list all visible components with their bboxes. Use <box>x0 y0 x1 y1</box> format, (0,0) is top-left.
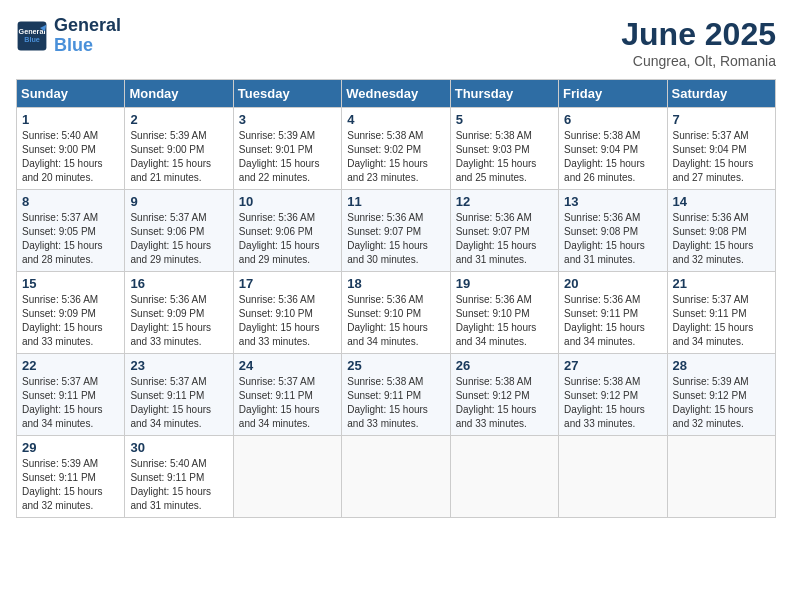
day-info: Sunrise: 5:38 AMSunset: 9:03 PMDaylight:… <box>456 130 537 183</box>
day-number: 12 <box>456 194 553 209</box>
day-number: 8 <box>22 194 119 209</box>
col-friday: Friday <box>559 80 667 108</box>
day-number: 21 <box>673 276 770 291</box>
title-area: June 2025 Cungrea, Olt, Romania <box>621 16 776 69</box>
table-row: 20 Sunrise: 5:36 AMSunset: 9:11 PMDaylig… <box>559 272 667 354</box>
table-row: 12 Sunrise: 5:36 AMSunset: 9:07 PMDaylig… <box>450 190 558 272</box>
day-info: Sunrise: 5:37 AMSunset: 9:11 PMDaylight:… <box>22 376 103 429</box>
table-row <box>450 436 558 518</box>
day-number: 15 <box>22 276 119 291</box>
day-number: 27 <box>564 358 661 373</box>
day-info: Sunrise: 5:39 AMSunset: 9:01 PMDaylight:… <box>239 130 320 183</box>
calendar-week-5: 29 Sunrise: 5:39 AMSunset: 9:11 PMDaylig… <box>17 436 776 518</box>
table-row: 28 Sunrise: 5:39 AMSunset: 9:12 PMDaylig… <box>667 354 775 436</box>
table-row: 15 Sunrise: 5:36 AMSunset: 9:09 PMDaylig… <box>17 272 125 354</box>
table-row <box>667 436 775 518</box>
day-info: Sunrise: 5:39 AMSunset: 9:00 PMDaylight:… <box>130 130 211 183</box>
table-row: 14 Sunrise: 5:36 AMSunset: 9:08 PMDaylig… <box>667 190 775 272</box>
table-row: 5 Sunrise: 5:38 AMSunset: 9:03 PMDayligh… <box>450 108 558 190</box>
day-info: Sunrise: 5:40 AMSunset: 9:00 PMDaylight:… <box>22 130 103 183</box>
day-number: 9 <box>130 194 227 209</box>
table-row <box>559 436 667 518</box>
col-monday: Monday <box>125 80 233 108</box>
logo: General Blue General Blue <box>16 16 121 56</box>
day-number: 3 <box>239 112 336 127</box>
calendar-table: Sunday Monday Tuesday Wednesday Thursday… <box>16 79 776 518</box>
svg-text:Blue: Blue <box>24 35 40 44</box>
day-info: Sunrise: 5:39 AMSunset: 9:12 PMDaylight:… <box>673 376 754 429</box>
table-row: 29 Sunrise: 5:39 AMSunset: 9:11 PMDaylig… <box>17 436 125 518</box>
table-row: 11 Sunrise: 5:36 AMSunset: 9:07 PMDaylig… <box>342 190 450 272</box>
day-number: 24 <box>239 358 336 373</box>
day-info: Sunrise: 5:37 AMSunset: 9:04 PMDaylight:… <box>673 130 754 183</box>
day-info: Sunrise: 5:36 AMSunset: 9:07 PMDaylight:… <box>347 212 428 265</box>
day-info: Sunrise: 5:37 AMSunset: 9:11 PMDaylight:… <box>130 376 211 429</box>
calendar-week-3: 15 Sunrise: 5:36 AMSunset: 9:09 PMDaylig… <box>17 272 776 354</box>
table-row: 8 Sunrise: 5:37 AMSunset: 9:05 PMDayligh… <box>17 190 125 272</box>
table-row: 19 Sunrise: 5:36 AMSunset: 9:10 PMDaylig… <box>450 272 558 354</box>
day-number: 7 <box>673 112 770 127</box>
table-row: 4 Sunrise: 5:38 AMSunset: 9:02 PMDayligh… <box>342 108 450 190</box>
table-row <box>233 436 341 518</box>
day-info: Sunrise: 5:36 AMSunset: 9:08 PMDaylight:… <box>564 212 645 265</box>
col-tuesday: Tuesday <box>233 80 341 108</box>
logo-text: General Blue <box>54 16 121 56</box>
day-info: Sunrise: 5:36 AMSunset: 9:09 PMDaylight:… <box>22 294 103 347</box>
day-info: Sunrise: 5:37 AMSunset: 9:11 PMDaylight:… <box>673 294 754 347</box>
day-info: Sunrise: 5:36 AMSunset: 9:09 PMDaylight:… <box>130 294 211 347</box>
table-row: 30 Sunrise: 5:40 AMSunset: 9:11 PMDaylig… <box>125 436 233 518</box>
table-row: 22 Sunrise: 5:37 AMSunset: 9:11 PMDaylig… <box>17 354 125 436</box>
day-info: Sunrise: 5:38 AMSunset: 9:02 PMDaylight:… <box>347 130 428 183</box>
header-row: Sunday Monday Tuesday Wednesday Thursday… <box>17 80 776 108</box>
table-row: 1 Sunrise: 5:40 AMSunset: 9:00 PMDayligh… <box>17 108 125 190</box>
day-number: 14 <box>673 194 770 209</box>
day-number: 11 <box>347 194 444 209</box>
calendar-week-2: 8 Sunrise: 5:37 AMSunset: 9:05 PMDayligh… <box>17 190 776 272</box>
day-number: 4 <box>347 112 444 127</box>
day-number: 20 <box>564 276 661 291</box>
day-number: 30 <box>130 440 227 455</box>
day-number: 26 <box>456 358 553 373</box>
day-info: Sunrise: 5:37 AMSunset: 9:06 PMDaylight:… <box>130 212 211 265</box>
day-number: 19 <box>456 276 553 291</box>
day-number: 18 <box>347 276 444 291</box>
day-info: Sunrise: 5:36 AMSunset: 9:08 PMDaylight:… <box>673 212 754 265</box>
day-info: Sunrise: 5:38 AMSunset: 9:12 PMDaylight:… <box>564 376 645 429</box>
col-saturday: Saturday <box>667 80 775 108</box>
page-header: General Blue General Blue June 2025 Cung… <box>16 16 776 69</box>
day-number: 10 <box>239 194 336 209</box>
day-number: 5 <box>456 112 553 127</box>
day-number: 22 <box>22 358 119 373</box>
table-row: 10 Sunrise: 5:36 AMSunset: 9:06 PMDaylig… <box>233 190 341 272</box>
table-row: 3 Sunrise: 5:39 AMSunset: 9:01 PMDayligh… <box>233 108 341 190</box>
calendar-body: 1 Sunrise: 5:40 AMSunset: 9:00 PMDayligh… <box>17 108 776 518</box>
day-info: Sunrise: 5:37 AMSunset: 9:11 PMDaylight:… <box>239 376 320 429</box>
day-number: 6 <box>564 112 661 127</box>
day-number: 2 <box>130 112 227 127</box>
day-number: 17 <box>239 276 336 291</box>
day-info: Sunrise: 5:40 AMSunset: 9:11 PMDaylight:… <box>130 458 211 511</box>
calendar-week-1: 1 Sunrise: 5:40 AMSunset: 9:00 PMDayligh… <box>17 108 776 190</box>
table-row: 25 Sunrise: 5:38 AMSunset: 9:11 PMDaylig… <box>342 354 450 436</box>
calendar-title: June 2025 <box>621 16 776 53</box>
table-row: 7 Sunrise: 5:37 AMSunset: 9:04 PMDayligh… <box>667 108 775 190</box>
calendar-subtitle: Cungrea, Olt, Romania <box>621 53 776 69</box>
day-number: 25 <box>347 358 444 373</box>
table-row: 21 Sunrise: 5:37 AMSunset: 9:11 PMDaylig… <box>667 272 775 354</box>
day-info: Sunrise: 5:39 AMSunset: 9:11 PMDaylight:… <box>22 458 103 511</box>
table-row: 24 Sunrise: 5:37 AMSunset: 9:11 PMDaylig… <box>233 354 341 436</box>
calendar-week-4: 22 Sunrise: 5:37 AMSunset: 9:11 PMDaylig… <box>17 354 776 436</box>
day-number: 29 <box>22 440 119 455</box>
day-info: Sunrise: 5:38 AMSunset: 9:04 PMDaylight:… <box>564 130 645 183</box>
day-info: Sunrise: 5:38 AMSunset: 9:11 PMDaylight:… <box>347 376 428 429</box>
table-row: 26 Sunrise: 5:38 AMSunset: 9:12 PMDaylig… <box>450 354 558 436</box>
table-row: 27 Sunrise: 5:38 AMSunset: 9:12 PMDaylig… <box>559 354 667 436</box>
day-number: 13 <box>564 194 661 209</box>
table-row: 6 Sunrise: 5:38 AMSunset: 9:04 PMDayligh… <box>559 108 667 190</box>
day-number: 16 <box>130 276 227 291</box>
day-number: 23 <box>130 358 227 373</box>
table-row: 16 Sunrise: 5:36 AMSunset: 9:09 PMDaylig… <box>125 272 233 354</box>
col-thursday: Thursday <box>450 80 558 108</box>
day-number: 1 <box>22 112 119 127</box>
day-info: Sunrise: 5:38 AMSunset: 9:12 PMDaylight:… <box>456 376 537 429</box>
